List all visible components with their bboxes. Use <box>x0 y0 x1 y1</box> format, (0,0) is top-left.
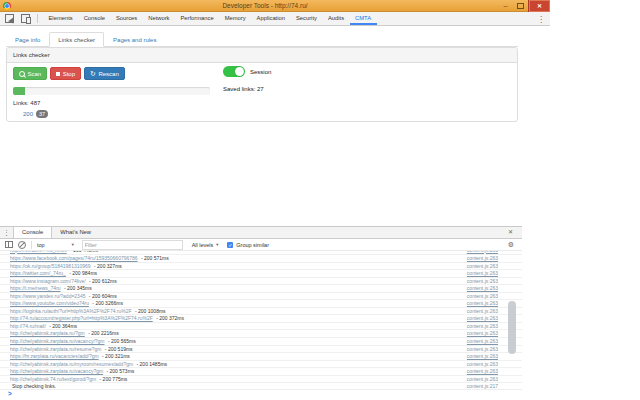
console-log-row: https://www.yandex.ru/?add=2345 - 200 60… <box>0 292 522 300</box>
inspect-element-icon[interactable] <box>5 14 14 23</box>
console-drawer-tabs: ConsoleWhat's New <box>13 227 99 238</box>
devtools-tab[interactable]: Elements <box>43 12 78 25</box>
console-prompt[interactable]: > <box>0 389 522 397</box>
log-url-link[interactable]: https://ok.ru/group/51841981310969 <box>10 263 91 269</box>
clear-console-icon[interactable] <box>18 241 26 249</box>
console-filter-input[interactable] <box>82 240 183 250</box>
scan-button[interactable]: Scan <box>13 67 47 80</box>
levels-value: All levels <box>192 242 214 248</box>
console-log-row: http://74.ru/account/register.php?url=ht… <box>0 314 522 322</box>
console-log-row: https://www.youtube.com/video74ru - 200 … <box>0 299 522 307</box>
scan-progress-bar <box>13 87 210 95</box>
devtools-tab[interactable]: Performance <box>175 12 219 25</box>
devtools-tab[interactable]: Network <box>143 12 175 25</box>
extension-subtab[interactable]: Links checker <box>49 32 104 47</box>
log-url-link[interactable]: https://hr.zarplata.ru/vacancies/add/?gm <box>10 353 99 359</box>
log-url-link[interactable]: http://chelyabinsk.zarplata.ru/vacancy?g… <box>10 368 103 374</box>
console-log-row: https://loginka.ru/auth/?url=http%3A%2F%… <box>0 307 522 315</box>
log-url-link[interactable]: https://www.youtube.com/video74ru <box>10 300 89 306</box>
stop-button[interactable]: Stop <box>50 67 81 80</box>
log-result-text: - 200 604ms <box>89 293 117 299</box>
drawer-menu-icon[interactable]: ⋮ <box>0 227 13 238</box>
session-label: Session <box>250 69 271 75</box>
console-log-row: https://hr.zarplata.ru/vacancies/add/?gm… <box>0 352 522 360</box>
log-url-link[interactable]: http://chelyabinsk.zarplata.ru/vacancy/?… <box>10 338 105 344</box>
more-options-icon[interactable]: ⋮ <box>537 13 545 26</box>
console-drawer-tab[interactable]: What's New <box>52 227 99 238</box>
execution-context-selector[interactable]: top ▼ <box>37 242 75 248</box>
extension-subtab[interactable]: Page info <box>6 32 49 47</box>
log-url-link[interactable]: http://74.ru/mail/ <box>10 323 46 329</box>
devtools-tab[interactable]: Memory <box>219 12 251 25</box>
action-buttons: Scan Stop ↻Rescan <box>13 67 125 80</box>
session-toggle-row: Session <box>223 66 271 77</box>
log-url-link[interactable]: http://chelyabinsk.zarplata.ru/myroom/re… <box>10 361 133 367</box>
links-checker-card: Links checker Scan Stop ↻Rescan Links: 4… <box>6 47 518 122</box>
devtools-tab[interactable]: CMTA <box>350 12 377 25</box>
console-log-row: http://chelyabinsk.zarplata.ru/vacancy/?… <box>0 337 522 345</box>
log-url-link[interactable]: http://chelyabinsk.zarplata.ru/?gm <box>10 330 85 336</box>
close-drawer-icon[interactable]: ✕ <box>508 227 513 238</box>
console-log-row: https://www.facebook.com/pages/74ru/1593… <box>0 254 522 262</box>
log-url-link[interactable]: https://twitter.com/_74ru_ <box>10 270 66 276</box>
log-levels-dropdown[interactable]: All levels ▼ <box>192 242 220 248</box>
log-url-link[interactable]: https://t.me/news_74ru <box>10 285 61 291</box>
log-result-text: - 200 2216ms <box>88 330 119 336</box>
devtools-tab[interactable]: Security <box>290 12 322 25</box>
log-result-text: - 200 1485ms <box>137 361 168 367</box>
log-result-text: - 200 448ms <box>70 251 98 253</box>
settings-gear-icon[interactable]: ⚙ <box>508 239 514 251</box>
log-result-text: - 200 984ms <box>69 270 97 276</box>
console-log-row: https://twitter.com/_74ru_ - 200 984ms c… <box>0 269 522 277</box>
log-url-link[interactable]: https://www.facebook.com/pages/74ru/1593… <box>10 255 138 261</box>
rescan-button[interactable]: ↻Rescan <box>84 67 125 80</box>
console-scrollbar[interactable] <box>508 301 516 354</box>
devtools-tab[interactable]: Console <box>78 12 110 25</box>
context-value: top <box>37 242 45 248</box>
log-result-text: - 200 321ms <box>102 353 130 359</box>
window-controls: – ✕ <box>498 0 550 12</box>
window-title: Developer Tools - http://74.ru/ <box>40 0 490 12</box>
chevron-down-icon: ▼ <box>215 242 219 247</box>
console-sidebar-icon[interactable] <box>5 241 13 248</box>
log-url-link[interactable]: https://www.yandex.ru/?add=2345 <box>10 293 85 299</box>
saved-links-label: Saved links: 27 <box>223 86 271 92</box>
log-url-link[interactable]: http://chelyabinsk.74.ru/text/gorod/?gm <box>10 376 96 382</box>
close-button[interactable]: ✕ <box>528 0 550 12</box>
group-similar-checkbox[interactable]: ✓ <box>227 242 233 248</box>
devtools-tab[interactable]: Audits <box>322 12 349 25</box>
devtools-tabs: ElementsConsoleSourcesNetworkPerformance… <box>43 12 377 25</box>
window-titlebar: Developer Tools - http://74.ru/ – ✕ <box>0 0 550 12</box>
console-log-row: http://chelyabinsk.zarplata.ru/?gm - 200… <box>0 329 522 337</box>
scan-label: Scan <box>28 71 42 77</box>
card-body: Scan Stop ↻Rescan Links: 487 200 37 Sess… <box>7 63 517 122</box>
log-url-link[interactable]: https://loginka.ru/auth/?url=http%3A%2F%… <box>10 308 132 314</box>
console-log-row: https://ok.ru/group/51841981310969 - 200… <box>0 262 522 270</box>
devtools-tab[interactable]: Application <box>251 12 290 25</box>
devtools-window: Developer Tools - http://74.ru/ – ✕ Elem… <box>0 0 550 397</box>
console-log-row: https://t.me/news_74ru - 200 345ms conte… <box>0 284 522 292</box>
console-drawer-tab[interactable]: Console <box>13 227 52 238</box>
log-url-link[interactable]: http://74.ru/account/register.php?url=ht… <box>10 315 153 321</box>
extension-subtab[interactable]: Pages and rules <box>104 32 165 47</box>
console-drawer: ⋮ ConsoleWhat's New ✕ top ▼ All levels ▼… <box>0 226 522 397</box>
log-result-text: - 200 345ms <box>64 285 92 291</box>
log-url-link[interactable]: http://chelyabinsk.zarplata.ru/resume?gm <box>10 346 101 352</box>
toolbar-divider <box>37 14 38 23</box>
console-log-row: http://chelyabinsk.zarplata.ru/resume?gm… <box>0 345 522 353</box>
search-icon <box>19 71 25 77</box>
links-count-label: Links: 487 <box>13 100 40 106</box>
log-url-link[interactable]: https://vk.com/74ru_news <box>10 251 67 253</box>
log-url-link[interactable]: https://www.instagram.com/74live/ <box>10 278 86 284</box>
device-toolbar-icon[interactable] <box>21 14 30 23</box>
maximize-button[interactable] <box>513 0 528 12</box>
toolbar-divider <box>31 241 32 249</box>
log-result-text: - 200 571ms <box>141 255 169 261</box>
group-similar-label: Group similar <box>236 242 269 248</box>
console-drawer-header: ⋮ ConsoleWhat's New ✕ <box>0 227 522 239</box>
status-200-link[interactable]: 200 <box>23 111 33 117</box>
session-toggle[interactable] <box>223 66 245 77</box>
minimize-button[interactable]: – <box>498 0 513 12</box>
devtools-tabbar: ElementsConsoleSourcesNetworkPerformance… <box>0 12 550 26</box>
devtools-tab[interactable]: Sources <box>110 12 142 25</box>
